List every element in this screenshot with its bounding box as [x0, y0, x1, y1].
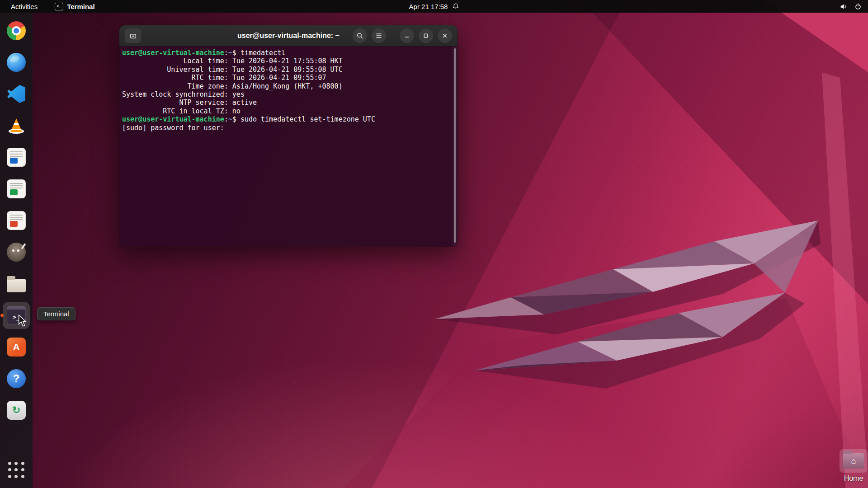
menu-button[interactable]: [372, 28, 386, 43]
system-status-area[interactable]: [840, 3, 868, 10]
terminal-body[interactable]: user@user-virtual-machine:~$ timedatectl…: [119, 46, 458, 247]
terminal-line: RTC time: Tue 2026-04-21 09:55:07: [122, 74, 451, 82]
focused-app-name: Terminal: [67, 3, 94, 10]
libreoffice-writer-icon: [7, 148, 26, 167]
vlc-icon: [7, 116, 26, 135]
close-icon: [441, 32, 448, 39]
terminal-line: [sudo] password for user:: [122, 124, 451, 132]
terminal-line: RTC in local TZ: no: [122, 107, 451, 115]
terminal-line: System clock synchronized: yes: [122, 90, 451, 99]
clock-menu[interactable]: Apr 21 17:58: [405, 0, 464, 13]
vscode-icon: [7, 84, 26, 103]
terminal-line: Universal time: Tue 2026-04-21 09:55:08 …: [122, 66, 451, 74]
show-applications-button[interactable]: [3, 456, 30, 483]
maximize-button[interactable]: [419, 28, 433, 43]
home-folder-icon: ⌂: [843, 453, 864, 469]
mouse-cursor: [17, 314, 27, 327]
top-bar: Activities >_ Terminal Apr 21 17:58: [0, 0, 868, 13]
terminal-mini-icon: >_: [55, 3, 63, 10]
dock-item-chrome[interactable]: [3, 17, 30, 44]
new-tab-button[interactable]: [125, 28, 141, 43]
dock: >_ A ? ↻: [0, 13, 33, 488]
hamburger-menu-icon: [375, 32, 382, 39]
chrome-icon: [7, 21, 26, 40]
dock-item-help[interactable]: ?: [3, 365, 30, 392]
dock-item-ubuntu-software[interactable]: A: [3, 333, 30, 361]
terminal-window: user@user-virtual-machine: ~: [119, 25, 458, 247]
ubuntu-software-icon: A: [7, 338, 26, 357]
terminal-output: user@user-virtual-machine:~$ timedatectl…: [122, 49, 451, 132]
terminal-line: user@user-virtual-machine:~$ sudo timeda…: [122, 115, 451, 123]
dock-item-files[interactable]: [3, 270, 30, 297]
dock-item-web-browser[interactable]: [3, 49, 30, 76]
gimp-icon: [7, 243, 26, 262]
maximize-icon: [422, 32, 429, 39]
libreoffice-calc-icon: [7, 179, 26, 198]
dock-item-vscode[interactable]: [3, 80, 30, 108]
terminal-line: Local time: Tue 2026-04-21 17:55:08 HKT: [122, 57, 451, 65]
notification-bell-icon: [452, 3, 459, 10]
volume-icon: [840, 3, 847, 10]
power-icon: [854, 3, 862, 10]
dock-item-libreoffice-writer[interactable]: [3, 144, 30, 171]
activities-button[interactable]: Activities: [7, 2, 41, 11]
desktop: Activities >_ Terminal Apr 21 17:58: [0, 0, 868, 488]
running-indicator-dot: [0, 314, 4, 317]
files-icon: [7, 279, 26, 292]
libreoffice-impress-icon: [7, 211, 26, 230]
search-button[interactable]: [353, 28, 367, 43]
minimize-button[interactable]: [400, 28, 414, 43]
dock-item-libreoffice-impress[interactable]: [3, 207, 30, 234]
dock-item-libreoffice-calc[interactable]: [3, 175, 30, 202]
web-browser-icon: [7, 53, 26, 72]
scrollbar-thumb[interactable]: [454, 48, 456, 243]
minimize-icon: [403, 32, 410, 39]
dock-item-vlc[interactable]: [3, 112, 30, 139]
dock-item-software-updater[interactable]: ↻: [3, 397, 30, 424]
desktop-home-shortcut[interactable]: ⌂ Home: [835, 449, 868, 483]
focused-app-menu[interactable]: >_ Terminal: [55, 3, 94, 10]
software-updater-icon: ↻: [7, 401, 26, 420]
dock-item-gimp[interactable]: [3, 239, 30, 266]
dock-tooltip: Terminal: [37, 307, 75, 320]
terminal-line: Time zone: Asia/Hong_Kong (HKT, +0800): [122, 82, 451, 90]
search-icon: [356, 32, 363, 39]
terminal-line: NTP service: active: [122, 99, 451, 107]
help-icon: ?: [7, 369, 26, 388]
terminal-scrollbar[interactable]: [453, 47, 458, 246]
terminal-line: user@user-virtual-machine:~$ timedatectl: [122, 49, 451, 57]
terminal-titlebar[interactable]: user@user-virtual-machine: ~: [119, 25, 458, 47]
clock-label: Apr 21 17:58: [409, 3, 448, 10]
home-folder-highlight: ⌂: [840, 449, 868, 473]
home-label: Home: [835, 474, 868, 483]
close-button[interactable]: [438, 28, 452, 43]
show-applications-icon: [8, 462, 24, 478]
